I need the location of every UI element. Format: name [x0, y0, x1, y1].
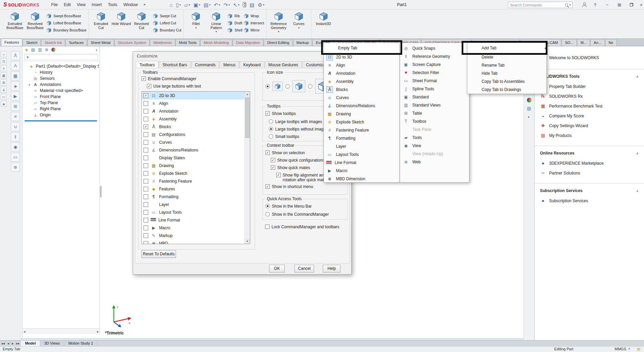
ribbon-button[interactable]: Mirror	[243, 27, 264, 33]
status-tag-icon[interactable]: ▤	[637, 347, 640, 351]
toolbar-list-row[interactable]: Line Format	[142, 216, 250, 224]
context-menu-item[interactable]: ∫Spline Tools	[400, 85, 469, 93]
toolbar-button-dims[interactable]: ∡	[1, 87, 7, 93]
tab-menu-item-add-tab[interactable]: Add Tab▸	[467, 43, 546, 53]
checkbox-box[interactable]: ✓	[276, 173, 281, 177]
dialog-tab-shortcut-bars[interactable]: Shortcut Bars	[159, 61, 191, 68]
toolbar-list-row[interactable]: ▤Configurations	[142, 131, 250, 138]
commandmanager-tab[interactable]: Mold Tools	[176, 39, 200, 46]
context-menu-item[interactable]: ▦Drawing	[324, 110, 400, 118]
toolbar-button-assembly[interactable]: ◈	[11, 81, 20, 91]
toolbar-list-row[interactable]: ◆Features	[142, 185, 250, 193]
search-dropdown-icon[interactable]: ▾	[569, 3, 571, 6]
tooltip-option-radio[interactable]: Large tooltips without images	[269, 127, 328, 132]
tree-horizontal-scrollbar[interactable]: ◂ ▸	[23, 328, 100, 334]
radio-circle[interactable]	[269, 127, 273, 131]
icon-size-radio-medium[interactable]	[285, 84, 290, 89]
list-scrollbar[interactable]: ▲ ▼	[244, 92, 250, 244]
context-menu-item[interactable]: Line Format	[324, 159, 400, 167]
context-menu-item[interactable]: ⊕MBD Dimension	[324, 175, 400, 183]
ribbon-button[interactable]: Swept Boss/Base	[46, 13, 86, 19]
ribbon-button[interactable]: Lofted Boss/Base	[46, 20, 86, 26]
scroll-up-icon[interactable]: ▲	[245, 92, 250, 97]
menubar-item-edit[interactable]: Edit	[61, 0, 74, 9]
panel-splitter-handle[interactable]	[100, 186, 102, 197]
tab-menu-item-delete[interactable]: Delete	[467, 53, 546, 61]
expander-icon[interactable]: ▸	[28, 83, 31, 86]
home-button[interactable]: ⌂	[168, 1, 174, 9]
task-pane-item[interactable]: ▤Property Tab Builder	[535, 81, 644, 91]
task-pane-item[interactable]: ▤My Products	[535, 131, 644, 140]
context-menu-item[interactable]: ⊞Table	[400, 109, 469, 117]
toolbar-button-macro[interactable]: ▶	[11, 92, 20, 101]
model-tab-model[interactable]: Model	[21, 341, 40, 346]
checkbox-box[interactable]	[144, 148, 148, 152]
checkbox-box[interactable]	[144, 117, 148, 121]
units-selector[interactable]: MMGS	[615, 347, 626, 351]
context-menu-item[interactable]: ¶Formatting	[324, 134, 400, 142]
quick-access-radio[interactable]: Show in the Menu Bar	[265, 204, 312, 209]
scrollbar-thumb[interactable]	[245, 97, 250, 138]
commandmanager-tab[interactable]: An...	[590, 39, 605, 46]
context-menu-item[interactable]: ⊛Explode Sketch	[324, 118, 400, 126]
toolbar-button-align[interactable]: ≡	[11, 112, 20, 121]
tree-item[interactable]: ▸AAnnotations	[24, 81, 99, 88]
checkbox-box[interactable]	[144, 132, 148, 137]
tree-filter-input[interactable]: ▼	[24, 54, 98, 60]
checkbox-box[interactable]: ✓	[144, 93, 148, 98]
context-menu-item[interactable]: ⊡2D to 3D	[324, 53, 400, 61]
search-input[interactable]: Search Commands ▾	[508, 2, 573, 8]
checkbox-box[interactable]	[144, 202, 148, 207]
ribbon-button[interactable]: Hole Wizard	[111, 10, 131, 26]
toolbar-list-row[interactable]: ✓ÅBlocks	[142, 123, 250, 131]
open-document-button[interactable]: ▱▾	[182, 1, 192, 9]
checkbox-box[interactable]: ✓	[147, 84, 151, 88]
help-button[interactable]: Help	[323, 265, 340, 273]
toolbar-button-blocks[interactable]: Å	[11, 51, 20, 60]
checkbox-box[interactable]: ✓	[271, 158, 275, 162]
checkbox-box[interactable]	[144, 101, 148, 106]
units-dropdown-icon[interactable]: ∧	[628, 347, 630, 350]
checkbox-box[interactable]	[144, 140, 148, 145]
context-menu-item[interactable]: ▶Macro	[324, 167, 400, 175]
toolbar-button-d2d3[interactable]: ⊡	[1, 58, 7, 64]
commandmanager-tab[interactable]: Data Migration	[233, 39, 264, 46]
ribbon-button[interactable]: Swept Cut	[153, 13, 181, 19]
toolbar-button-layout[interactable]: ▭	[1, 94, 7, 100]
checkbox-box[interactable]	[144, 171, 148, 176]
model-tab-3d-views[interactable]: 3D Views	[40, 341, 64, 346]
dimxpertmanager-tab-icon[interactable]: ⊕	[45, 47, 48, 52]
radio-circle[interactable]	[269, 134, 273, 139]
scroll-left-icon[interactable]: ◂	[24, 330, 25, 333]
enable-commandmanager-checkbox[interactable]: ✓ Enable CommandManager	[141, 76, 196, 81]
task-pane-item[interactable]: ≍Partner Solutions	[535, 168, 644, 178]
tab-menu-item-copy-tab-to-assemblies[interactable]: Copy Tab to Assemblies	[467, 77, 546, 86]
toolbar-list-row[interactable]: ◈Assembly	[142, 115, 250, 123]
rebuild-button[interactable]	[241, 1, 248, 9]
displaymanager-tab-icon[interactable]	[51, 48, 55, 52]
context-menu-item[interactable]: ◎Quick Snaps	[400, 44, 469, 52]
tree-item[interactable]: ◔History	[24, 69, 99, 75]
menubar-item-insert[interactable]: Insert	[88, 0, 105, 9]
task-pane-item[interactable]: ❖Copy Settings Wizard	[535, 121, 644, 131]
toolbar-list[interactable]: ✓⊡2D to 3D≡AlignAAnnotation◈Assembly✓ÅBl…	[141, 91, 250, 244]
task-pane-item[interactable]: ▦Performance Benchmark Test	[535, 101, 644, 111]
toolbar-list-row[interactable]: ≡Align	[142, 99, 250, 107]
task-pane-item[interactable]: ●3DEXPERIENCE Marketplace	[535, 158, 644, 168]
context-menu-item[interactable]: ▣Standard	[400, 93, 469, 101]
checkbox-box[interactable]	[144, 226, 148, 230]
ok-button[interactable]: OK	[269, 265, 285, 273]
checkbox-box[interactable]: ✓	[141, 76, 146, 81]
options-button[interactable]: ⚙▾	[256, 1, 266, 9]
ribbon-button[interactable]: Fillet▾	[186, 10, 206, 29]
undo-button[interactable]: ↶▾	[212, 1, 222, 9]
ribbon-button[interactable]: Reference Geometry▾	[268, 10, 289, 33]
section-header[interactable]: Online Resources∧	[535, 146, 644, 158]
dialog-tab-commands[interactable]: Commands	[191, 61, 219, 68]
tree-item[interactable]: ◎Sensors	[24, 75, 99, 81]
checkbox-box[interactable]: ✓	[265, 111, 270, 116]
tab-scroll-left-icon[interactable]: ◂◂	[0, 342, 6, 345]
custom-properties-tab-icon[interactable]: ▤	[527, 106, 531, 111]
rollback-bar[interactable]	[25, 120, 97, 121]
toolbar-list-row[interactable]: ⊛Explode Sketch	[142, 169, 250, 177]
